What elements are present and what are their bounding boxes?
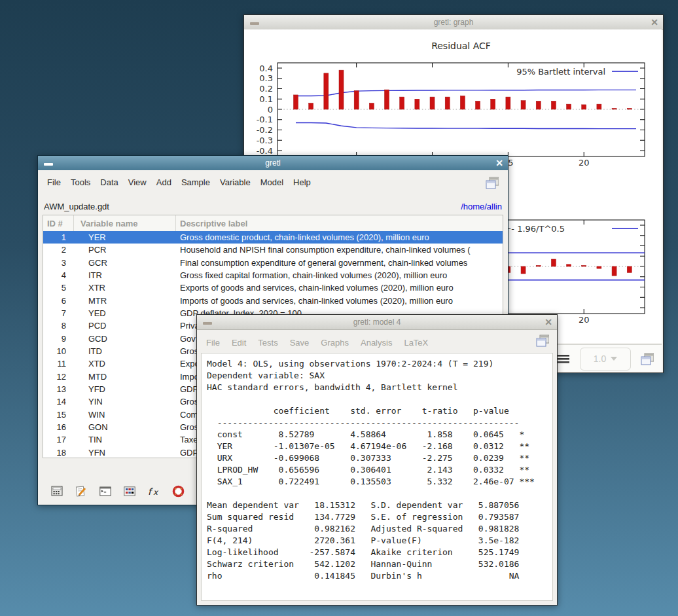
table-cell: YIN — [74, 395, 176, 408]
minimize-icon[interactable] — [203, 322, 212, 325]
windows-button[interactable] — [536, 334, 549, 347]
model-output-text: Model 4: OLS, using observations 1970:2-… — [202, 353, 552, 582]
lifebuoy-help-icon — [172, 485, 185, 498]
close-icon[interactable]: ✕ — [495, 157, 503, 169]
column-header-label[interactable]: Descriptive label — [176, 215, 503, 231]
table-cell: 16 — [43, 421, 74, 433]
table-cell: 1 — [43, 231, 74, 244]
model-menubar: FileEditTestsSaveGraphsAnalysisLaTeX — [197, 330, 557, 355]
menu-item[interactable]: Tools — [71, 177, 90, 187]
table-cell: Household and NPISH final consumption ex… — [176, 244, 503, 256]
table-cell: MTD — [74, 371, 176, 383]
menu-item[interactable]: Save — [290, 338, 310, 348]
table-cell: 18 — [43, 446, 74, 458]
table-cell: MTR — [74, 295, 176, 307]
menu-item[interactable]: Help — [293, 177, 311, 187]
windows-stack-icon — [486, 177, 499, 189]
table-cell: GCR — [74, 257, 176, 269]
svg-text:f: f — [148, 486, 153, 496]
model-output: Model 4: OLS, using observations 1970:2-… — [201, 353, 553, 601]
close-icon[interactable]: ✕ — [651, 16, 658, 28]
dataset-statusrow: AWM_update.gdt /home/allin — [44, 199, 502, 215]
list-header: ID # Variable name Descriptive label — [43, 215, 503, 232]
windows-button[interactable] — [641, 352, 654, 365]
table-cell: 6 — [43, 295, 74, 307]
main-menubar: FileToolsDataViewAddSampleVariableModelH… — [38, 170, 508, 194]
column-header-id[interactable]: ID # — [43, 215, 74, 231]
function-packages-button[interactable]: f x — [147, 484, 160, 498]
function-fx-icon: f x — [147, 486, 160, 497]
table-cell: PCD — [74, 319, 176, 332]
table-row[interactable]: 2PCRHousehold and NPISH final consumptio… — [43, 244, 503, 256]
menu-item[interactable]: Tests — [258, 338, 277, 348]
svg-text:20: 20 — [579, 158, 590, 168]
svg-text:Residual ACF: Residual ACF — [431, 41, 491, 51]
menu-item[interactable]: Data — [100, 177, 118, 187]
close-icon[interactable]: ✕ — [544, 316, 552, 328]
windows-button[interactable] — [486, 176, 499, 189]
console-button[interactable] — [99, 484, 112, 498]
table-cell: 15 — [43, 408, 74, 421]
table-cell: GCD — [74, 333, 176, 345]
table-cell: 4 — [43, 269, 74, 281]
table-cell: WIN — [74, 408, 176, 421]
menu-item[interactable]: Edit — [232, 338, 246, 348]
table-cell: 13 — [43, 383, 74, 395]
calculator-button[interactable] — [50, 484, 63, 498]
windows-stack-icon — [536, 335, 549, 347]
help-button[interactable] — [171, 484, 185, 498]
menu-item[interactable]: Add — [156, 177, 171, 187]
menu-item[interactable]: Analysis — [361, 338, 392, 348]
table-row[interactable]: 3GCRFinal consumption expenditure of gen… — [43, 257, 503, 269]
graph-titlebar[interactable]: gretl: graph ✕ — [244, 15, 663, 30]
menu-item[interactable]: Graphs — [321, 338, 349, 348]
svg-text:20: 20 — [579, 315, 590, 325]
session-button[interactable] — [123, 484, 136, 498]
model-titlebar[interactable]: gretl: model 4 ✕ — [197, 315, 557, 330]
column-header-name[interactable]: Variable name — [74, 215, 176, 231]
table-cell: 7 — [43, 307, 74, 319]
menu-item[interactable]: Variable — [220, 177, 251, 187]
svg-text:0.2: 0.2 — [259, 84, 273, 94]
svg-text:-0.1: -0.1 — [257, 115, 273, 124]
menu-item[interactable]: View — [128, 177, 147, 187]
table-cell: ITD — [74, 345, 176, 357]
table-cell: 3 — [43, 257, 74, 269]
window-title: gretl: model 4 — [353, 317, 401, 327]
table-cell: YFD — [74, 383, 176, 395]
menu-item[interactable]: Model — [260, 177, 283, 187]
table-cell: 11 — [43, 357, 74, 370]
menu-item[interactable]: LaTeX — [404, 338, 428, 348]
new-script-button[interactable] — [75, 484, 88, 498]
zoom-dropdown[interactable]: 1.0 — [580, 348, 631, 371]
svg-text:+- 1.96/T^0.5: +- 1.96/T^0.5 — [504, 224, 565, 234]
table-row[interactable]: 4ITRGross fixed capital formation, chain… — [43, 269, 503, 281]
table-cell: 5 — [43, 281, 74, 294]
menu-item[interactable]: Sample — [181, 177, 210, 187]
minimize-icon[interactable] — [250, 22, 259, 25]
windows-stack-icon — [641, 353, 654, 365]
table-cell: Final consumption expenditure of general… — [176, 257, 503, 269]
table-cell: ITR — [74, 269, 176, 281]
table-cell: 2 — [43, 244, 74, 256]
table-row[interactable]: 5XTRExports of goods and services, chain… — [43, 281, 503, 294]
table-row[interactable]: 1YERGross domestic product, chain-linked… — [43, 231, 503, 244]
table-cell: 8 — [43, 319, 74, 332]
workdir-link[interactable]: /home/allin — [461, 202, 502, 211]
hamburger-icon — [558, 354, 569, 363]
table-cell: PCR — [74, 244, 176, 256]
table-cell: Gross fixed capital formation, chain-lin… — [176, 269, 503, 281]
main-titlebar[interactable]: gretl ✕ — [38, 156, 508, 170]
menu-item[interactable]: File — [47, 177, 61, 187]
window-title: gretl — [265, 158, 280, 168]
menu-button[interactable] — [557, 352, 570, 365]
calculator-icon — [51, 486, 63, 496]
table-cell: TIN — [74, 433, 176, 446]
table-row[interactable]: 6MTRImports of goods and services, chain… — [43, 295, 503, 307]
table-cell: YED — [74, 307, 176, 319]
svg-text:-0.3: -0.3 — [257, 136, 273, 145]
minimize-icon[interactable] — [44, 163, 53, 166]
svg-text:95% Bartlett interval: 95% Bartlett interval — [516, 67, 605, 77]
table-cell: GON — [74, 421, 176, 433]
menu-item[interactable]: File — [206, 338, 220, 348]
